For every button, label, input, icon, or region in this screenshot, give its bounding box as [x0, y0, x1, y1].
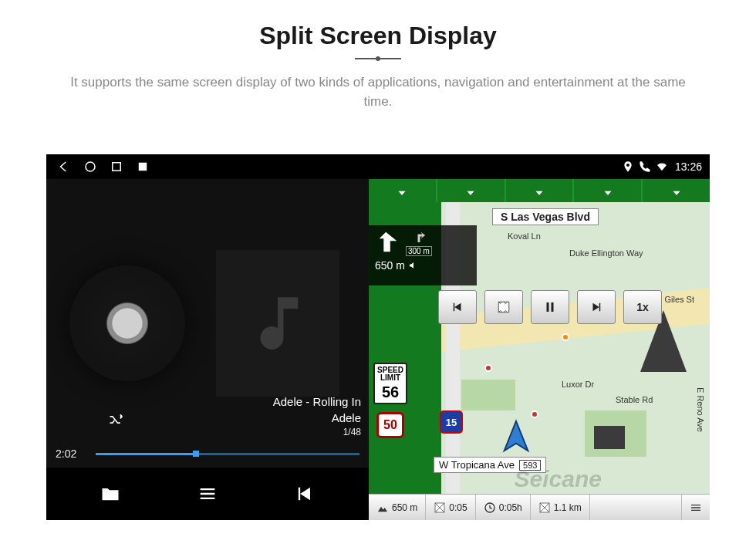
interstate-shield: 15 — [440, 410, 463, 434]
track-artist: Adele — [273, 410, 361, 426]
svg-rect-2 — [139, 163, 147, 171]
current-road-label: S Las Vegas Blvd — [492, 208, 599, 225]
street-duke: Duke Ellington Way — [569, 248, 643, 258]
location-icon — [619, 160, 636, 173]
lane-arrow-icon — [643, 179, 710, 202]
album-disc[interactable] — [69, 265, 185, 381]
lane-arrow-icon — [574, 179, 643, 202]
title-underline — [355, 58, 401, 59]
track-metadata: Adele - Rolling In Adele 1/48 — [273, 394, 361, 438]
street-reno: E Reno Ave — [696, 387, 705, 432]
street-koval: Koval Ln — [508, 231, 541, 241]
sound-icon — [408, 261, 417, 270]
next-road-label: W Tropicana Ave 593 — [434, 457, 546, 473]
track-index: 1/48 — [273, 426, 361, 438]
sim-stop-button[interactable] — [484, 290, 523, 324]
street-luxor: Luxor Dr — [562, 380, 594, 389]
state-route-shield: 50 — [376, 412, 404, 438]
browse-button[interactable] — [89, 478, 132, 510]
nav-back-button[interactable] — [51, 154, 77, 179]
sim-pause-button[interactable] — [531, 290, 569, 324]
distance-value: 1.1 km — [554, 502, 582, 513]
previous-button[interactable] — [283, 478, 326, 510]
shuffle-button[interactable] — [105, 412, 127, 431]
svg-rect-5 — [552, 302, 554, 312]
turn-instruction-panel[interactable]: 300 m 650 m — [369, 225, 477, 285]
navigation-app-pane: Koval Ln Duke Ellington Way Giles St Veg… — [369, 179, 710, 520]
lane-guidance-bar — [369, 179, 710, 202]
page-description: It supports the same screen display of t… — [56, 73, 700, 111]
turn-left-icon — [375, 230, 401, 256]
speed-value: 56 — [375, 384, 406, 400]
lane-arrow-icon — [506, 179, 575, 202]
phone-icon — [636, 160, 653, 173]
turn-secondary-distance: 300 m — [406, 246, 432, 256]
wifi-icon — [653, 160, 670, 173]
progress-container: 2:02 — [46, 448, 369, 460]
svg-rect-1 — [113, 163, 121, 171]
street-stable: Stable Rd — [616, 395, 653, 404]
speed-label: LIMIT — [380, 373, 400, 382]
nav-recent-button[interactable] — [103, 154, 130, 179]
lane-arrow-icon — [437, 179, 506, 202]
album-art-placeholder — [216, 250, 339, 397]
altitude-value: 650 m — [392, 502, 417, 513]
next-road-name: W Tropicana Ave — [439, 459, 515, 471]
map-menu-button[interactable] — [681, 495, 710, 520]
seek-bar[interactable] — [96, 453, 359, 455]
turn-straight-right-icon — [412, 231, 426, 245]
page-title: Split Screen Display — [0, 22, 756, 50]
device-frame: 13:26 Adele - Rolling In Adele 1/48 2:02 — [46, 154, 710, 520]
distance-readout[interactable]: 1.1 km — [531, 495, 590, 520]
eta-time-value: 0:05 — [449, 502, 467, 513]
vehicle-cursor-icon — [498, 418, 534, 457]
eta-remaining-readout[interactable]: 0:05h — [476, 495, 531, 520]
street-giles: Giles St — [664, 295, 694, 304]
speed-limit-sign: SPEED LIMIT 56 — [373, 363, 407, 404]
music-app-pane: Adele - Rolling In Adele 1/48 2:02 — [46, 179, 369, 520]
sim-speed-button[interactable]: 1x — [623, 290, 662, 324]
nav-home-button[interactable] — [77, 154, 103, 179]
svg-rect-4 — [547, 302, 549, 312]
elapsed-time: 2:02 — [56, 448, 88, 460]
lane-arrow-icon — [369, 179, 437, 202]
altitude-readout[interactable]: 650 m — [369, 495, 426, 520]
map-info-bar: 650 m 0:05 0:05h 1.1 km — [369, 494, 710, 520]
sim-controls: 1x — [438, 290, 662, 324]
status-clock: 13:26 — [675, 160, 702, 173]
next-road-number: 593 — [519, 460, 541, 471]
playlist-button[interactable] — [186, 478, 229, 510]
status-bar: 13:26 — [46, 154, 710, 179]
eta-time-readout[interactable]: 0:05 — [426, 495, 475, 520]
music-bottom-bar — [46, 468, 369, 520]
eta-remaining-value: 0:05h — [499, 502, 522, 513]
turn-primary-distance: 650 m — [375, 259, 405, 272]
sim-next-button[interactable] — [577, 290, 616, 324]
track-title: Adele - Rolling In — [273, 394, 361, 410]
svg-point-0 — [86, 162, 95, 171]
screenshot-icon — [130, 154, 156, 179]
sim-prev-button[interactable] — [438, 290, 477, 324]
